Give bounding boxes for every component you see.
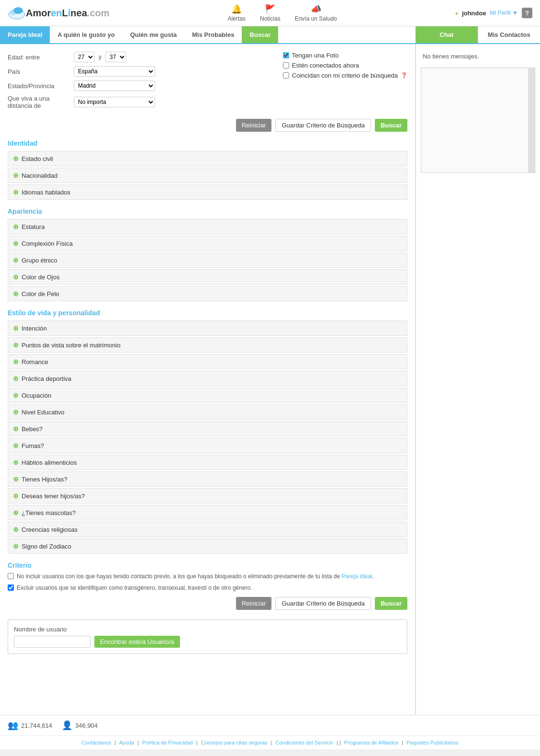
form-checkboxes: Tengan una Foto Estén conectados ahora C… xyxy=(283,52,407,113)
criterio-checkbox[interactable] xyxy=(283,72,289,79)
color-pelo-label: Color de Pelo xyxy=(22,290,59,298)
help-button[interactable]: ? xyxy=(522,8,532,18)
conectados-checkbox[interactable] xyxy=(283,62,289,69)
online-icon: 👤 xyxy=(62,720,72,731)
foto-checkbox[interactable] xyxy=(283,52,289,58)
conectados-label: Estén conectados ahora xyxy=(292,62,359,69)
criterio-check2-input[interactable] xyxy=(8,584,14,591)
signo-zodiaco-row[interactable]: ⊕Signo del Zodiaco xyxy=(8,538,407,554)
color-ojos-row[interactable]: ⊕ Color de Ojos xyxy=(8,269,407,285)
tab-chat[interactable]: Chat xyxy=(416,26,478,43)
estado-civil-row[interactable]: ⊕ Estado civil xyxy=(8,151,407,166)
identity-section: Identidad ⊕ Estado civil ⊕ Nacionalidad … xyxy=(8,139,407,200)
svg-point-2 xyxy=(13,7,23,14)
nav-alertas[interactable]: 🔔 Alertas xyxy=(228,4,246,22)
username-search-row: Encontrar este/a Usuario/a xyxy=(14,636,401,648)
color-pelo-row[interactable]: ⊕ Color de Pelo xyxy=(8,286,407,301)
users-count: 21,744,614 xyxy=(21,722,52,729)
y-label: y xyxy=(99,54,101,60)
footer-stats: 👥 21,744,614 👤 346,904 xyxy=(0,715,540,735)
header-right: ● johndoe Mi Perfil ▼ ? xyxy=(455,8,532,18)
creencias-religiosas-row[interactable]: ⊕Creencias religiosas xyxy=(8,522,407,537)
chat-message-area xyxy=(421,68,535,173)
grupo-etnico-row[interactable]: ⊕ Grupo étnico xyxy=(8,252,407,268)
mi-perfil-link[interactable]: Mi Perfil ▼ xyxy=(490,10,518,16)
main-nav-left: Pareja Ideal A quién le gusto yo Quién m… xyxy=(0,26,416,43)
criterio-label: Coincidan con mi criterio de búsqueda xyxy=(292,72,398,79)
nav-saludo[interactable]: 📣 Envía un Saludo xyxy=(295,4,337,22)
lifestyle-title: Estilo de vida y personalidad xyxy=(8,309,407,317)
footer-condiciones[interactable]: Condiciones del Servicio xyxy=(275,740,333,745)
footer-contactanos[interactable]: Contáctanos xyxy=(81,740,111,745)
criterio-check2-label: Excluir usuarios que se identifiquen com… xyxy=(17,584,252,591)
romance-row[interactable]: ⊕Romance xyxy=(8,354,407,369)
criterio-check1-label: No incluir usuarios con los que hayas te… xyxy=(17,573,374,580)
pais-label: País xyxy=(8,68,70,75)
main-content: Edad: entre 27 y 37 País España xyxy=(0,44,416,715)
tab-quien-me-gusta[interactable]: Quién me gusta xyxy=(123,26,185,43)
buscar-button-bottom[interactable]: Buscar xyxy=(375,597,407,610)
distancia-row: Que viva a una distancia de No importa xyxy=(8,95,264,109)
guardar-button-bottom[interactable]: Guardar Criterio de Búsqueda xyxy=(275,597,371,610)
edad-hasta-select[interactable]: 37 xyxy=(105,52,126,62)
criterio-check1-input[interactable] xyxy=(8,573,14,579)
alertas-label: Alertas xyxy=(228,15,246,22)
tab-pareja-ideal[interactable]: Pareja Ideal xyxy=(0,26,50,43)
tab-a-quien-le-gusto[interactable]: A quién le gusto yo xyxy=(50,26,122,43)
practica-deportiva-row[interactable]: ⊕Práctica deportiva xyxy=(8,371,407,386)
mascotas-row[interactable]: ⊕¿Tienes mascotas? xyxy=(8,505,407,520)
criterio-check2: Excluir usuarios que se identifiquen com… xyxy=(8,584,407,591)
online-indicator: ● xyxy=(455,11,458,16)
form-left: Edad: entre 27 y 37 País España xyxy=(8,52,264,113)
tab-mis-contactos[interactable]: Mis Contactos xyxy=(478,26,540,43)
habitos-alimenticios-row[interactable]: ⊕Hábitos alimenticios xyxy=(8,455,407,470)
search-buttons-bottom: Reiniciar Guardar Criterio de Búsqueda B… xyxy=(8,597,407,610)
search-form-top: Edad: entre 27 y 37 País España xyxy=(8,52,407,132)
tienes-hijos-row[interactable]: ⊕Tienes Hijos/as? xyxy=(8,471,407,487)
complexion-row[interactable]: ⊕ Complexión Física xyxy=(8,236,407,251)
ocupacion-row[interactable]: ⊕Ocupación xyxy=(8,388,407,403)
estatura-row[interactable]: ⊕ Estatura xyxy=(8,219,407,234)
buscar-button-top[interactable]: Buscar xyxy=(375,119,407,132)
pais-select[interactable]: España xyxy=(74,66,155,77)
tab-mis-probables[interactable]: Mis Probables xyxy=(184,26,242,43)
chat-no-messages: No tienes mensajes. xyxy=(421,49,535,64)
tab-buscar[interactable]: Buscar xyxy=(242,26,278,43)
encontrar-usuario-button[interactable]: Encontrar este/a Usuario/a xyxy=(94,636,180,648)
footer-afiliados[interactable]: Programas de Afiliados xyxy=(344,740,398,745)
guardar-button-top[interactable]: Guardar Criterio de Búsqueda xyxy=(275,119,371,132)
header-nav: 🔔 Alertas 🚩 Noticias 📣 Envía un Saludo xyxy=(228,4,337,22)
deseas-hijos-row[interactable]: ⊕Deseas tener hijos/as? xyxy=(8,488,407,504)
reiniciar-button-top[interactable]: Reiniciar xyxy=(236,119,272,132)
username-display: johndoe xyxy=(462,10,486,17)
nacionalidad-row[interactable]: ⊕ Nacionalidad xyxy=(8,168,407,183)
nav-noticias[interactable]: 🚩 Noticias xyxy=(260,4,281,22)
footer-ayuda[interactable]: Ayuda xyxy=(119,740,134,745)
chat-scrollbar[interactable] xyxy=(528,68,535,172)
username-search-input[interactable] xyxy=(14,636,90,648)
edad-desde-select[interactable]: 27 xyxy=(74,52,95,62)
estado-select[interactable]: Madrid xyxy=(74,80,155,91)
search-buttons-top: Reiniciar Guardar Criterio de Búsqueda B… xyxy=(8,119,407,132)
intencion-row[interactable]: ⊕Intención xyxy=(8,321,407,336)
pais-row: País España xyxy=(8,66,264,77)
nivel-educativo-row[interactable]: ⊕Nivel Educativo xyxy=(8,404,407,420)
footer-privacidad[interactable]: Política de Privacidad xyxy=(142,740,193,745)
criterio-help-icon: ❓ xyxy=(401,72,407,79)
bebes-row[interactable]: ⊕Bebes? xyxy=(8,421,407,436)
fumas-row[interactable]: ⊕Fumas? xyxy=(8,438,407,453)
puntos-vista-row[interactable]: ⊕Puntos de vista sobre el matrimonio xyxy=(8,337,407,353)
appearance-section: Apariencia ⊕ Estatura ⊕ Complexión Físic… xyxy=(8,207,407,301)
idiomas-row[interactable]: ⊕ Idiomas hablados xyxy=(8,184,407,200)
color-ojos-label: Color de Ojos xyxy=(22,274,59,281)
expand-icon-2: ⊕ xyxy=(13,188,19,196)
distancia-select[interactable]: No importa xyxy=(74,97,155,107)
footer-consejos[interactable]: Consejos para citas seguras xyxy=(201,740,268,745)
flag-icon: 🚩 xyxy=(265,4,275,14)
pareja-ideal-link[interactable]: Pareja Ideal xyxy=(341,573,372,580)
reiniciar-button-bottom[interactable]: Reiniciar xyxy=(236,597,272,610)
noticias-label: Noticias xyxy=(260,15,281,22)
users-icon: 👥 xyxy=(8,720,18,731)
footer-publicidad[interactable]: Paquetes Publicitarios xyxy=(406,740,459,745)
estatura-label: Estatura xyxy=(22,223,45,230)
